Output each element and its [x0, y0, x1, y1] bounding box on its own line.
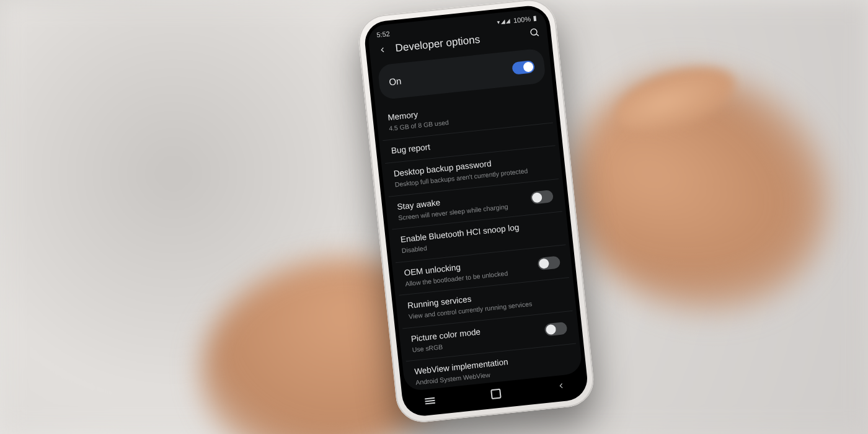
svg-point-0 [531, 29, 538, 35]
chevron-left-icon [378, 45, 387, 54]
wifi-signal-icons: ▾◢◢ [497, 17, 512, 25]
settings-list: Memory4.5 GB of 8 GB usedBug reportDeskt… [376, 89, 583, 392]
status-time: 5:52 [376, 30, 391, 38]
battery-icon: ▮ [533, 14, 537, 22]
row-toggle[interactable] [530, 190, 554, 205]
row-toggle[interactable] [544, 322, 568, 337]
search-icon [528, 27, 540, 38]
phone-body: 5:52 ▾◢◢ 100% ▮ Developer options [356, 0, 596, 425]
svg-line-1 [536, 34, 539, 37]
row-toggle[interactable] [537, 256, 560, 271]
phone: 5:52 ▾◢◢ 100% ▮ Developer options [343, 0, 611, 434]
search-button[interactable] [528, 27, 540, 41]
master-toggle[interactable] [512, 60, 535, 75]
nav-home-button[interactable] [490, 389, 502, 400]
nav-recent-button[interactable] [425, 397, 435, 405]
phone-screen: 5:52 ▾◢◢ 100% ▮ Developer options [367, 8, 583, 392]
photo-scene: 5:52 ▾◢◢ 100% ▮ Developer options [0, 0, 868, 434]
status-battery: 100% [513, 15, 531, 24]
chevron-left-icon [557, 381, 566, 391]
master-toggle-label: On [388, 75, 402, 87]
back-button[interactable] [376, 43, 389, 56]
nav-back-button[interactable] [557, 381, 567, 393]
